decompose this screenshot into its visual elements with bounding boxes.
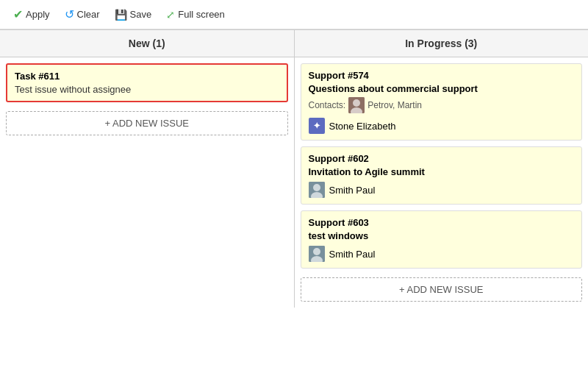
- card-support-602-assignee: Smith Paul: [309, 182, 575, 198]
- in-progress-add-issue-button[interactable]: + ADD NEW ISSUE: [301, 277, 583, 302]
- toolbar: ✔ Apply ↺ Clear 💾 Save ⤢ Full screen: [0, 0, 588, 29]
- fullscreen-button[interactable]: ⤢ Full screen: [160, 6, 231, 24]
- svg-point-7: [313, 248, 320, 255]
- card-support-603-assignee: Smith Paul: [309, 246, 575, 262]
- apply-button[interactable]: ✔ Apply: [7, 4, 56, 24]
- new-add-issue-button[interactable]: + ADD NEW ISSUE: [6, 111, 288, 135]
- card-task-611-desc: Test issue without assignee: [15, 84, 279, 95]
- kanban-board: New (1) Task #611 Test issue without ass…: [0, 29, 588, 308]
- svg-point-1: [353, 99, 360, 107]
- svg-point-4: [313, 184, 320, 191]
- clear-icon: ↺: [65, 7, 74, 21]
- card-support-602-subtitle: Invitation to Agile summit: [309, 166, 575, 177]
- card-support-603-subtitle: test windows: [309, 230, 575, 241]
- card-support-602[interactable]: Support #602 Invitation to Agile summit …: [301, 146, 583, 205]
- column-in-progress-body: Support #574 Questions about commercial …: [295, 57, 589, 308]
- avatar-smith-1: [309, 182, 325, 198]
- card-task-611[interactable]: Task #611 Test issue without assignee: [6, 63, 288, 102]
- card-support-574-title: Support #574: [309, 70, 575, 81]
- fullscreen-icon: ⤢: [166, 9, 175, 21]
- column-new-header: New (1): [0, 30, 294, 57]
- column-in-progress-header: In Progress (3): [295, 30, 589, 57]
- card-support-603-title: Support #603: [309, 217, 575, 228]
- clear-button[interactable]: ↺ Clear: [59, 4, 106, 24]
- column-in-progress: In Progress (3) Support #574 Questions a…: [295, 30, 589, 308]
- avatar-stone: ✦: [309, 118, 325, 134]
- save-button[interactable]: 💾 Save: [109, 6, 158, 24]
- card-support-574-subtitle: Questions about commercial support: [309, 83, 575, 94]
- column-new-body: Task #611 Test issue without assignee + …: [0, 57, 294, 308]
- card-task-611-title: Task #611: [15, 71, 279, 82]
- card-support-574[interactable]: Support #574 Questions about commercial …: [301, 63, 583, 141]
- avatar-petrov: [348, 97, 365, 113]
- save-icon: 💾: [115, 9, 127, 21]
- card-support-574-assignee: ✦ Stone Elizabeth: [309, 118, 575, 134]
- card-support-574-contacts: Contacts: Petrov, Martin: [309, 97, 575, 113]
- column-new: New (1) Task #611 Test issue without ass…: [0, 30, 295, 308]
- apply-icon: ✔: [13, 7, 23, 21]
- card-support-602-title: Support #602: [309, 153, 575, 164]
- avatar-smith-2: [309, 246, 325, 262]
- card-support-603[interactable]: Support #603 test windows Smith Paul: [301, 210, 583, 269]
